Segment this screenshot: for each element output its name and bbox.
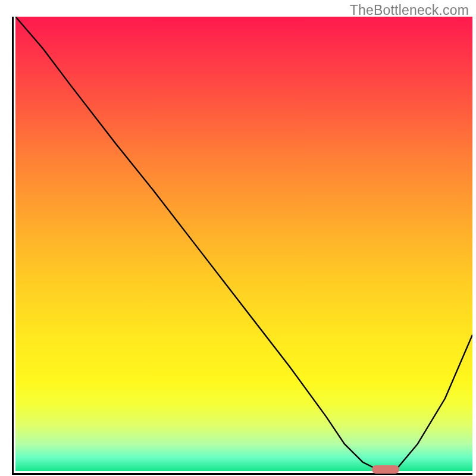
watermark-text: TheBottleneck.com <box>350 2 469 18</box>
chart-area <box>12 17 472 475</box>
optimal-range-marker <box>372 465 399 474</box>
curve-svg <box>15 17 472 471</box>
bottleneck-curve-path <box>15 17 472 471</box>
